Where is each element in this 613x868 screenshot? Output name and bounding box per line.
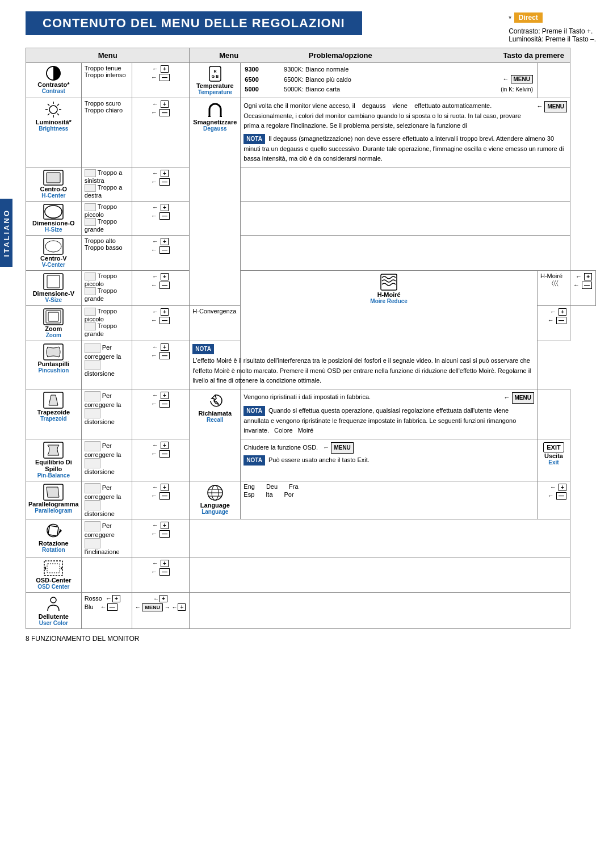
table-row: Rotazione Rotation Per correggere l'incl… [26, 519, 596, 557]
parallelogramma-icon-cell: Parallelogramma Parallelogram [26, 481, 82, 519]
table-row: OSD-Center OSD Center ← + ← — [26, 557, 596, 592]
contrasto-label: Contrasto* [37, 81, 69, 88]
language-keys: ← + ← — [537, 481, 570, 519]
zoom-sub: Zoom [46, 332, 61, 338]
left-header-menu: Menu [26, 48, 190, 63]
centro-o-label: Centro-O [40, 186, 67, 192]
centro-v-icon: Centro-V V-Center [28, 238, 79, 268]
contrasto-keys: ← + ← — [132, 63, 190, 98]
zoom-icon-cell: Zoom Zoom [26, 305, 82, 341]
exit-label: Uscita [544, 452, 563, 459]
user-color-label: Dellutente [39, 613, 69, 620]
zoom-problem: Troppo piccolo Troppo grande [81, 305, 132, 341]
parallelogramma-sub: Parallelogram [35, 508, 72, 514]
hconv-keys: ← + ← — [537, 305, 570, 341]
degauss-label: Smagnetizzare [193, 119, 237, 125]
luminosita-label: Luminosità* [36, 119, 72, 125]
nota-box-degauss: NOTA [243, 134, 265, 144]
dim-v-keys: ← + ← — [132, 270, 190, 305]
nota-box-recall: NOTA [243, 406, 265, 416]
luminosita-problem: Troppo scuro Troppo chiaro [81, 98, 132, 167]
recall-label: Richiamata [198, 410, 232, 417]
svg-point-45 [51, 597, 56, 603]
recall-svg [206, 392, 224, 410]
footer: 8 FUNZIONAMENTO DEL MONITOR [26, 635, 596, 643]
table-row: Centro-O H-Center Troppo a sinistra Trop… [26, 167, 596, 201]
table-row: Contrasto* Contrast Troppo tenue Troppo … [26, 63, 596, 98]
table-row: Centro-V V-Center Troppo alto Troppo bas… [26, 235, 596, 270]
user-color-svg [44, 595, 62, 613]
dim-o-keys: ← + ← — [132, 201, 190, 235]
language-svg [206, 484, 224, 502]
svg-marker-33 [47, 487, 59, 497]
user-color-keys: ←+ ← MENU → ←+ [132, 592, 190, 628]
exit-icon-col: EXIT Uscita Exit [537, 439, 570, 481]
svg-rect-42 [47, 564, 60, 573]
centro-v-problem: Troppo alto Troppo basso [81, 235, 132, 270]
trapezoide-icon-cell: Trapezoide Trapezoid [26, 389, 82, 439]
centro-v-icon-cell: Centro-V V-Center [26, 235, 82, 270]
exit-desc: Chiudere la funzione OSD. ← MENU NOTA Pu… [241, 439, 538, 481]
osd-center-sub: OSD Center [37, 584, 69, 590]
zoom-label: Zoom [45, 325, 62, 332]
pin-balance-keys: ← + ← — [132, 439, 190, 481]
puntaspilli-problem: Per correggere la distorsione [81, 341, 132, 389]
degauss-svg [206, 100, 224, 119]
h-size-svg [43, 204, 64, 220]
parallelogram-svg [43, 484, 64, 501]
contrasto-problem: Troppo tenue Troppo intenso [81, 63, 132, 98]
moire-svg [380, 273, 398, 291]
rotation-svg [44, 522, 62, 540]
svg-rect-39 [48, 526, 59, 536]
temperature-svg: R G B [207, 65, 224, 82]
dim-o-sub: H-Size [45, 227, 62, 233]
svg-rect-27 [48, 312, 58, 321]
language-icon: Language Language [192, 484, 238, 515]
rotazione-keys: ← + ← — [132, 519, 190, 557]
table-row: Dimensione-V V-Size Troppo piccolo Tropp… [26, 270, 596, 305]
pin-balance-icon: Equilibrio Di Spillo Pin-Balance [28, 442, 79, 479]
page-title: CONTENUTO DEL MENU DELLE REGOLAZIONI [26, 11, 362, 35]
dim-o-label: Dimensione-O [32, 220, 75, 227]
degauss-sub: Degauss [203, 125, 227, 132]
svg-marker-40 [60, 529, 62, 533]
rotazione-sub: Rotation [42, 547, 65, 553]
svg-rect-18 [44, 204, 63, 219]
language-label: Language [200, 502, 230, 509]
rotazione-label: Rotazione [39, 540, 69, 547]
zoom-svg [43, 308, 64, 325]
asterisk-note: * [509, 15, 511, 23]
svg-point-21 [45, 241, 61, 252]
centro-o-icon-cell: Centro-O H-Center [26, 167, 82, 201]
svg-line-13 [48, 114, 49, 115]
rotazione-icon: Rotazione Rotation [28, 522, 79, 553]
dim-v-icon: Dimensione-V V-Size [28, 273, 79, 303]
svg-point-5 [49, 106, 57, 114]
contrasto-icon-cell: Contrasto* Contrast [26, 63, 82, 98]
temperature-icon-cell: R G B Temperature Temperature [190, 63, 241, 98]
contrasto-sub: Contrast [42, 88, 65, 94]
brightness-svg [44, 100, 62, 119]
user-color-icon: Dellutente User Color [28, 595, 79, 626]
hconv-desc: H-Convergenza [190, 305, 241, 341]
dim-o-icon-cell: Dimensione-O H-Size [26, 201, 82, 235]
trapezoide-problem: Per correggere la distorsione [81, 389, 132, 439]
pin-balance-svg [43, 442, 64, 459]
moire-nota-cell: NOTA L'effetto Moiré è il risultato dell… [190, 341, 538, 389]
exit-sub: Exit [548, 459, 559, 466]
table-header-row: Menu Menu Problema/opzione Tasto da prem… [26, 48, 596, 63]
luminosita-keys: ← + ← — [132, 98, 190, 167]
pin-balance-icon-cell: Equilibrio Di Spillo Pin-Balance [26, 439, 82, 481]
temperature-problems: 9300 9300K: Bianco normale 6500 6500K: B… [241, 63, 538, 98]
osd-center-keys: ← + ← — [132, 557, 190, 592]
parallelogramma-label: Parallelogramma [28, 501, 79, 508]
centro-v-keys: ← + ← — [132, 235, 190, 270]
osd-center-problem [81, 557, 132, 592]
puntaspilli-icon: Puntaspilli Pincushion [28, 343, 79, 374]
recall-icon-cell: Richiamata Recall [190, 389, 241, 481]
recall-sub: Recall [207, 417, 223, 423]
recall-desc: Vengono ripristinati i dati impostati in… [241, 389, 538, 439]
table-row: Dellutente User Color Rosso ←+ Blu ←— ←+… [26, 592, 596, 628]
svg-text:G B: G B [212, 74, 219, 78]
table-row: Luminosità* Brightness Troppo scuro Trop… [26, 98, 596, 167]
